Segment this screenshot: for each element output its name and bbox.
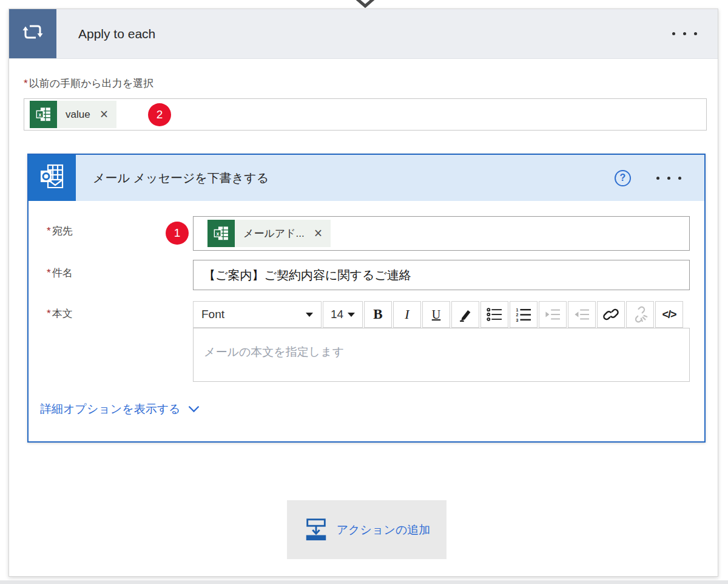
dropdown-caret-icon [348,313,355,317]
excel-icon: x [30,101,57,128]
add-action-icon [303,516,329,544]
add-action-label: アクションの追加 [337,522,431,538]
body-field-label: *本文 [47,307,73,321]
email-address-token-chip[interactable]: x メールアド... × [207,220,331,247]
more-options-icon[interactable] [656,177,681,180]
chevron-down-icon [188,402,200,416]
outlook-icon [38,162,67,194]
subject-input[interactable]: 【ご案内】ご契約内容に関するご連絡 [193,260,690,290]
draft-email-title: メール メッセージを下書きする [76,155,269,201]
svg-text:x: x [38,111,41,117]
bold-button[interactable]: B [364,301,392,328]
to-field-label: *宛先 [47,224,73,238]
font-family-dropdown[interactable]: Font [193,301,322,328]
more-options-icon[interactable] [672,9,718,58]
apply-to-each-icon-block [9,9,56,58]
dropdown-caret-icon [306,313,313,317]
underline-button[interactable]: U [422,301,450,328]
remove-token-icon[interactable]: × [96,107,116,121]
help-icon[interactable]: ? [615,170,631,186]
value-token-chip[interactable]: x value × [30,101,116,128]
select-output-label: *以前の手順から出力を選択 [24,76,153,90]
numbered-list-icon[interactable]: 123 [510,301,538,328]
indent-icon[interactable] [539,301,567,328]
apply-to-each-loop-icon [19,19,46,49]
svg-text:2: 2 [516,313,519,317]
body-placeholder: メールの本文を指定します [204,345,344,358]
italic-button[interactable]: I [393,301,421,328]
add-action-button[interactable]: アクションの追加 [287,500,447,559]
token-label: メールアド... [235,226,311,240]
apply-to-each-scope: Apply to each *以前の手順から出力を選択 x [8,8,718,577]
callout-badge-2: 2 [148,103,171,126]
outlook-icon-block [29,155,76,201]
draft-email-header[interactable]: メール メッセージを下書きする ? [29,155,704,201]
callout-badge-1: 1 [166,222,189,245]
outdent-icon[interactable] [568,301,596,328]
unlink-icon[interactable] [626,301,654,328]
svg-text:x: x [216,230,219,236]
link-icon[interactable] [597,301,625,328]
show-advanced-options-link[interactable]: 詳細オプションを表示する [40,401,200,417]
body-editor[interactable]: メールの本文を指定します [193,328,690,382]
token-label: value [57,109,96,121]
flow-designer-canvas: Apply to each *以前の手順から出力を選択 x [0,0,728,584]
bullet-list-icon[interactable] [480,301,508,328]
svg-text:1: 1 [516,308,519,312]
subject-field-label: *件名 [47,266,73,280]
to-input[interactable]: x メールアド... × [193,216,690,251]
rich-text-toolbar: Font 14 B I U [193,301,690,328]
required-mark: * [24,78,28,89]
page-bottom-strip [0,580,728,584]
font-size-dropdown[interactable]: 14 [323,301,363,328]
highlight-pen-icon[interactable] [451,301,479,328]
apply-to-each-title: Apply to each [56,9,155,58]
code-view-button[interactable]: </> [655,301,683,328]
remove-token-icon[interactable]: × [311,226,331,240]
draft-email-action-card: メール メッセージを下書きする ? *宛先 [27,154,706,443]
select-output-input[interactable]: x value × [24,98,707,131]
excel-icon: x [207,220,235,247]
svg-text:3: 3 [516,318,519,322]
apply-to-each-header[interactable]: Apply to each [9,9,718,59]
